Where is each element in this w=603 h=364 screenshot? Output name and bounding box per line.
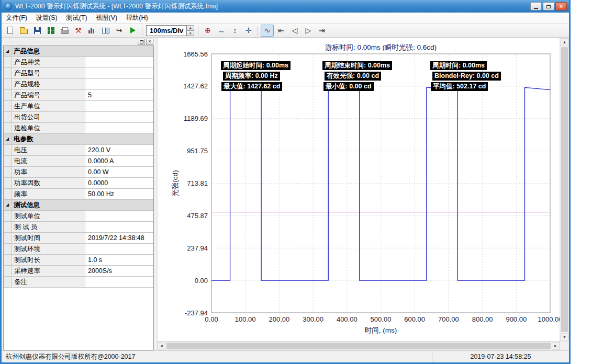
panel-close-button[interactable]: × [146,39,153,45]
zoom-fit-icon: ✛ [245,27,252,34]
prop-value-field[interactable]: 50.00 Hz [85,189,153,200]
prop-value-field[interactable] [85,101,153,112]
row-gutter [4,79,12,90]
prop-value-field[interactable] [85,112,153,123]
menu-settings[interactable]: 设置(S) [31,13,62,24]
minimize-button[interactable] [530,2,542,10]
cursor-last-button[interactable]: ⇥ [315,25,328,37]
prop-value-field[interactable]: 0.00 W [85,167,153,178]
row-gutter [4,156,12,167]
scroll-left-button[interactable]: ◄ [158,342,165,350]
prop-label: 电压 [12,145,85,156]
titlebar[interactable]: WLT-2000 警示灯闪烁测试系统 - [WLT-2000 警示灯闪烁测试系统… [2,0,569,13]
row-gutter [4,167,12,178]
app-body: 文件(F) 设置(S) 测试(T) 视图(V) 帮助(H) ⚒ ↪ 100ms/… [2,13,569,362]
prop-group-header[interactable]: ◢电参数 [4,134,153,145]
export-report-button[interactable] [44,25,58,37]
cursor-first-button[interactable]: ⇤ [274,25,287,37]
group-collapse-icon[interactable]: ◢ [4,134,12,145]
group-collapse-icon[interactable]: ◢ [4,46,12,57]
exit-button[interactable]: ↪ [113,25,126,37]
group-collapse-icon[interactable]: ◢ [4,200,12,211]
pan-vertical-button[interactable]: ↕ [228,25,241,37]
app-window: WLT-2000 警示灯闪烁测试系统 - [WLT-2000 警示灯闪烁测试系统… [0,0,571,364]
prop-group-header[interactable]: ◢产品信息 [4,46,153,57]
restore-icon [546,5,551,8]
menu-view[interactable]: 视图(V) [92,13,122,24]
timebase-down-button[interactable]: ▾ [187,30,194,36]
row-gutter [4,145,12,156]
scroll-up-button[interactable]: ▲ [561,38,568,46]
prop-value-field[interactable]: 2019/7/22 14:38:48 [85,233,153,244]
app-icon[interactable] [5,3,12,10]
hscroll-track[interactable] [165,342,552,350]
save-button[interactable] [31,25,44,37]
panel-maximize-button[interactable] [138,39,145,45]
menu-file[interactable]: 文件(F) [2,13,31,24]
row-gutter [4,90,12,101]
hscroll-thumb[interactable] [166,343,551,349]
prop-value-field[interactable]: 220.0 V [85,145,153,156]
pan-vertical-icon: ↕ [233,27,237,34]
vscroll-track[interactable] [561,46,568,333]
prop-value-field[interactable] [85,79,153,90]
prop-value-field[interactable] [85,277,153,288]
prop-group-header[interactable]: ◢测试信息 [4,200,153,211]
prop-row: 测试时长1.0 s [4,255,153,266]
prop-value-field[interactable] [85,68,153,79]
sidebar-panel-header[interactable]: × [3,38,154,46]
x-tick-label: 1000.00 [538,315,561,323]
prop-value-field[interactable]: 0.0000 A [85,156,153,167]
prop-value-field[interactable]: 2000S/s [85,266,153,277]
chart-button[interactable] [85,25,98,37]
timebase-spinner[interactable]: 100ms/Div ▴ ▾ [146,25,194,36]
prop-value-field[interactable]: 5 [85,90,153,101]
zoom-fit-button[interactable]: ✛ [242,25,255,37]
waveform-view-button[interactable]: ∿ [261,25,274,37]
pan-horizontal-button[interactable]: ↔ [215,25,228,37]
prop-value-field[interactable] [85,123,153,134]
y-tick-label: 1427.62 [183,82,208,90]
print-icon [61,29,69,34]
new-file-button[interactable] [4,25,17,37]
prop-value-field[interactable] [85,222,153,233]
menu-help[interactable]: 帮助(H) [121,13,152,24]
row-gutter [4,57,12,68]
prop-value-field[interactable] [85,244,153,255]
open-folder-icon [20,29,28,34]
scroll-right-button[interactable]: ► [552,342,560,350]
tools-button[interactable]: ⚒ [72,25,85,37]
info-box-mean: 平均值: 502.17 cd [431,82,488,91]
prop-value-field[interactable]: 0.0000 [85,178,153,189]
chart-title: 游标时间: 0.00ms (瞬时光强: 0.6cd) [211,43,550,52]
cursor-next-button[interactable]: ▷ [302,25,315,37]
row-gutter [4,233,12,244]
close-button[interactable]: × [555,2,567,10]
timebase-up-button[interactable]: ▴ [187,25,194,31]
prop-label: 产品规格 [12,79,85,90]
open-file-button[interactable] [17,25,30,37]
scroll-down-button[interactable]: ▼ [561,333,568,341]
toolbar-separator [198,26,198,36]
prop-row: 产品编号5 [4,90,153,101]
vscroll-thumb[interactable] [561,47,568,332]
prop-value-field[interactable]: 1.0 s [85,255,153,266]
window-controls: × [530,2,567,10]
menubar: 文件(F) 设置(S) 测试(T) 视图(V) 帮助(H) [2,13,569,24]
prop-value-field[interactable] [85,211,153,222]
window-layout-button[interactable] [99,25,112,37]
chart-vertical-scrollbar[interactable]: ▲ ▼ [560,38,569,342]
cursor-prev-button[interactable]: ◁ [288,25,301,37]
restore-button[interactable] [543,2,554,10]
chart-horizontal-scrollbar[interactable]: ◄ ► [157,342,560,350]
menu-test[interactable]: 测试(T) [62,13,92,24]
prop-row: 产品型号 [4,68,153,79]
prop-group-title: 电参数 [12,134,153,145]
print-button[interactable] [58,25,71,37]
prop-label: 电流 [12,156,85,167]
cursor-probe-button[interactable]: ⊕ [201,25,214,37]
start-test-button[interactable] [126,25,139,37]
prop-value-field[interactable] [85,57,153,68]
cursor-last-icon: ⇥ [319,27,325,34]
info-box-min: 最小值: 0.00 cd [323,82,374,91]
